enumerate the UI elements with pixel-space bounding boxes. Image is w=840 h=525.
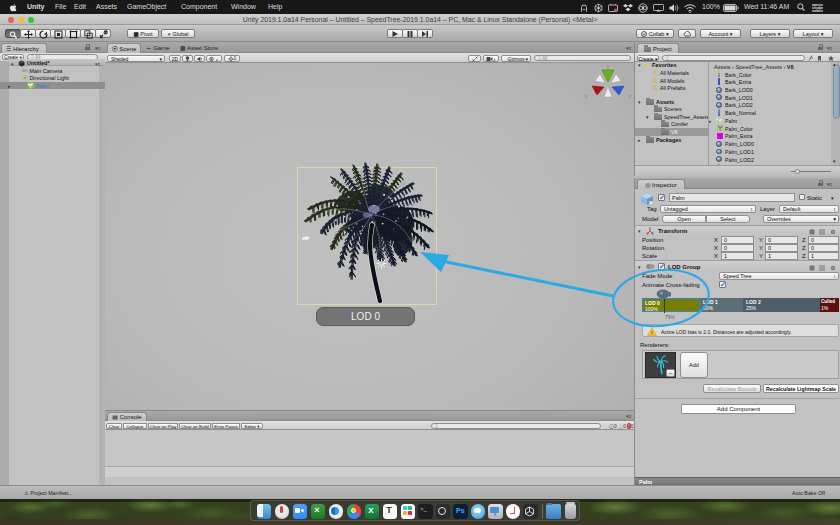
svg-text:!: ! xyxy=(651,330,653,336)
svg-text:z: z xyxy=(629,93,632,99)
svg-text:x: x xyxy=(585,93,588,99)
svg-text:y: y xyxy=(607,63,610,69)
